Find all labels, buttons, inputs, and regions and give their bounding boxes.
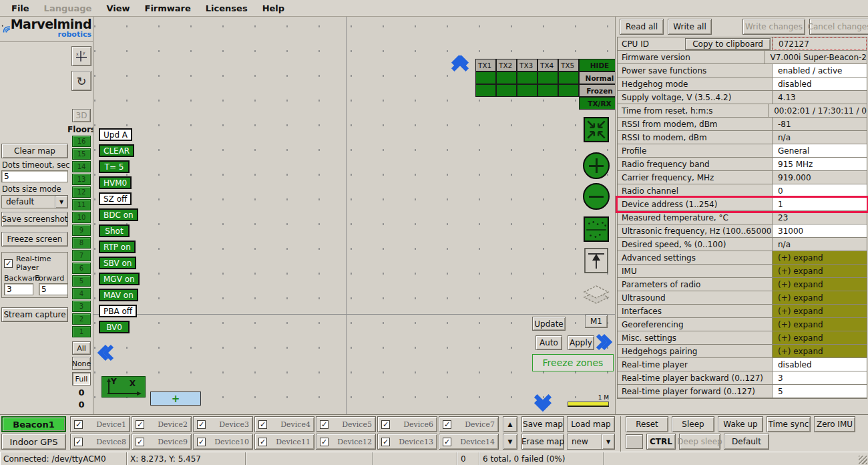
tx-header-cell[interactable]: TX4 (537, 59, 558, 71)
time-sync-button[interactable]: Time sync (767, 416, 811, 432)
tx-state-cell[interactable] (537, 71, 558, 84)
update-button[interactable]: Update (532, 317, 566, 331)
tx-state-cell[interactable] (496, 84, 517, 97)
tx-txrx-button[interactable]: TX/RX (579, 97, 615, 110)
floors-full-button[interactable]: Full (72, 372, 91, 385)
tx-header-cell[interactable]: TX2 (496, 59, 517, 71)
dots-display-button[interactable] (584, 216, 609, 244)
map-mode-button[interactable]: SBV on (99, 257, 136, 269)
map-mode-button[interactable]: Shot (99, 224, 130, 237)
save-screenshot-button[interactable]: Save screenshot (1, 212, 68, 226)
read-all-button[interactable]: Read all (620, 19, 664, 35)
map-mode-button[interactable]: MGV on (99, 273, 140, 285)
param-value[interactable]: 915 MHz (773, 158, 867, 170)
menu-item[interactable]: Language (37, 3, 99, 13)
device-checkbox[interactable]: ✓ (258, 438, 267, 446)
param-value[interactable]: (+) expand (773, 331, 867, 344)
axes-origin-widget[interactable]: Y X (101, 376, 146, 398)
zoom-out-button[interactable] (583, 183, 610, 210)
write-all-button[interactable]: Write all (668, 19, 712, 35)
param-value[interactable]: (+) expand (773, 265, 867, 277)
dropdown-arrow-icon[interactable]: ▼ (55, 195, 68, 208)
erase-map-button[interactable]: Erase map (521, 434, 564, 450)
floor-button[interactable]: 4 (72, 288, 91, 299)
tx-state-cell[interactable] (558, 84, 579, 97)
3d-view-button[interactable]: 3D (72, 109, 91, 122)
write-changes-button[interactable]: Write changes (742, 19, 805, 35)
tx-header-cell[interactable]: TX5 (558, 59, 579, 71)
wake-up-button[interactable]: Wake up (718, 416, 763, 432)
device-checkbox[interactable]: ✓ (74, 438, 83, 446)
device-checkbox[interactable]: ✓ (381, 420, 390, 429)
layers-icon[interactable] (582, 282, 610, 311)
menu-item[interactable]: Licenses (198, 3, 255, 13)
device-checkbox[interactable]: ✓ (258, 420, 267, 429)
resize-grip[interactable] (859, 456, 867, 464)
tx-state-cell[interactable] (496, 71, 517, 84)
param-value[interactable]: 5 (773, 385, 867, 398)
deep-sleep-button[interactable]: Deep sleep (679, 434, 720, 450)
map-mode-button[interactable]: RTP on (99, 241, 136, 253)
floor-button[interactable]: 16 (72, 136, 91, 147)
map-mode-button[interactable]: PBA off (99, 305, 137, 317)
auto-button[interactable]: Auto (535, 335, 562, 350)
tx-state-cell[interactable] (537, 84, 558, 97)
tx-header-cell[interactable]: TX1 (475, 59, 496, 71)
floor-button[interactable]: 1 (72, 326, 91, 337)
sleep-button[interactable]: Sleep (672, 416, 714, 432)
param-value[interactable]: 919.000 (773, 171, 867, 184)
device-cell[interactable]: ✓ Device10 (193, 434, 253, 450)
floors-none-button[interactable]: None (72, 357, 91, 370)
device-cell[interactable]: ✓ Device11 (254, 434, 314, 450)
map-canvas[interactable]: Upd A CLEAR T= 5 HVM0 SZ off BDC on Shot… (93, 17, 615, 414)
param-value[interactable]: (+) expand (773, 345, 867, 357)
m1-mode-button[interactable]: M1 (585, 315, 608, 328)
device-cell[interactable]: ✓ Device1 (70, 416, 130, 432)
param-value[interactable]: n/a (773, 131, 867, 144)
param-value[interactable]: 1 (773, 198, 867, 210)
param-value[interactable]: n/a (773, 238, 867, 251)
floor-button[interactable]: 9 (72, 224, 91, 236)
param-value[interactable]: (+) expand (773, 278, 867, 291)
fit-to-screen-button[interactable] (584, 117, 609, 144)
device-cell[interactable]: ✓ Device14 (439, 434, 499, 450)
param-value[interactable]: 0 (773, 184, 867, 197)
zoom-in-button[interactable] (583, 152, 610, 179)
device-checkbox[interactable]: ✓ (197, 438, 206, 446)
device-checkbox[interactable]: ✓ (74, 420, 83, 429)
param-value[interactable]: (+) expand (773, 291, 867, 304)
dots-timeout-input[interactable] (1, 170, 68, 182)
device-checkbox[interactable]: ✓ (320, 420, 329, 429)
param-value[interactable]: (+) expand (773, 305, 867, 317)
freeze-screen-button[interactable]: Freeze screen (1, 232, 68, 247)
freeze-zones-button[interactable]: Freeze zones (532, 354, 614, 371)
floor-button[interactable]: 13 (72, 174, 91, 185)
copy-to-clipboard-button[interactable]: Copy to clipboard (685, 38, 771, 50)
floor-button[interactable]: 6 (72, 263, 91, 274)
device-cell[interactable]: ✓ Device9 (132, 434, 192, 450)
floor-button[interactable]: 5 (72, 275, 91, 287)
clear-map-button[interactable]: Clear map (1, 144, 68, 158)
param-value[interactable]: 31000 (773, 224, 867, 237)
ctrl-checkbox[interactable] (626, 434, 643, 449)
floor-button[interactable]: 15 (72, 148, 91, 160)
device-list-down-button[interactable]: ▼ (503, 434, 517, 450)
tx-frozen-button[interactable]: Frozen (579, 84, 615, 97)
load-map-button[interactable]: Load map (567, 416, 615, 432)
ctrl-button[interactable]: CTRL (646, 434, 676, 450)
param-value[interactable]: -81 (773, 118, 867, 130)
dots-size-mode-select[interactable]: default ▼ (1, 195, 68, 208)
map-mode-button[interactable]: Upd A (99, 128, 132, 141)
param-value[interactable]: 3 (773, 371, 867, 384)
param-value[interactable]: 23 (773, 211, 867, 224)
menu-item[interactable]: Help (255, 3, 292, 13)
menu-item[interactable]: View (99, 3, 137, 13)
device-checkbox[interactable]: ✓ (136, 438, 144, 446)
map-mode-button[interactable]: HVM0 (99, 176, 132, 189)
device-checkbox[interactable]: ✓ (443, 420, 451, 429)
device-cell[interactable]: ✓ Device4 (254, 416, 314, 432)
realtime-player-checkbox[interactable]: ✓ (4, 259, 13, 268)
jump-to-top-button[interactable] (584, 248, 608, 275)
map-mode-button[interactable]: BV0 (99, 321, 130, 333)
menu-item[interactable]: File (4, 3, 37, 13)
